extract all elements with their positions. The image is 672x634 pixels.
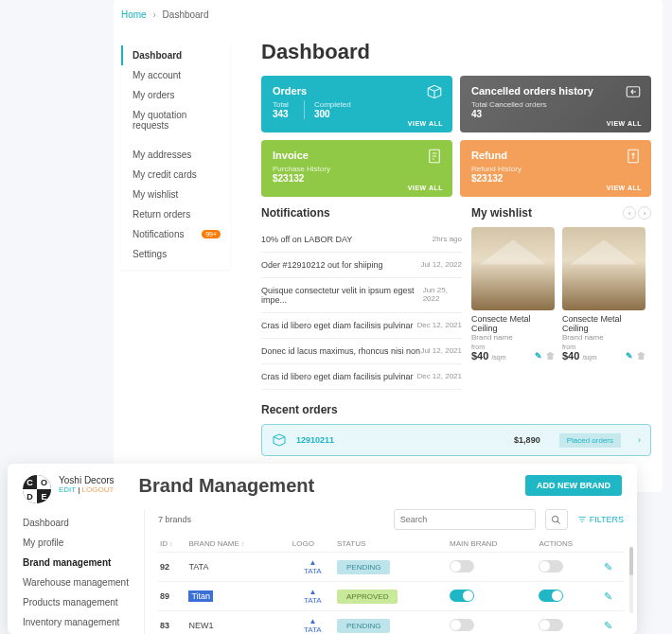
edit-icon[interactable]: ✎ (604, 590, 612, 602)
cell-logo: ▲TATA (291, 582, 335, 611)
col-id[interactable]: ID↕ (158, 536, 186, 553)
breadcrumb-home[interactable]: Home (121, 9, 147, 20)
brand-name: TATA (188, 562, 208, 572)
brand-side-item[interactable]: Dashboard (19, 513, 133, 533)
brand-side-item[interactable]: Inventory management (19, 612, 133, 632)
cell-action (537, 553, 602, 582)
cell-status: PENDING (335, 553, 448, 582)
page-title: Dashboard (261, 40, 651, 64)
delete-icon[interactable]: 🗑 (637, 351, 645, 361)
brand-side-item[interactable]: Brand management (19, 553, 133, 572)
sidebar-item-return[interactable]: Return orders (121, 204, 230, 224)
brand-side-item[interactable]: My profile (19, 533, 133, 553)
brand-table: ID↕ BRAND NAME↕ LOGO STATUS MAIN BRAND A… (158, 536, 624, 634)
recent-order-row[interactable]: 12910211 $1,890 Placed orders › (261, 424, 651, 456)
main-toggle[interactable] (450, 560, 474, 572)
notif-date: Jun 25, 2022 (423, 286, 462, 305)
notification-row[interactable]: Cras id libero eget diam facilisis pulvi… (261, 364, 462, 390)
search-input[interactable] (394, 509, 536, 530)
user-name: Yoshi Decors (59, 475, 115, 485)
sidebar-item-wishlist[interactable]: My wishlist (121, 185, 230, 204)
notif-date: 2hrs ago (433, 235, 462, 244)
notification-row[interactable]: Oder #12910212 out for shiipingJul 12, 2… (261, 253, 462, 278)
edit-link[interactable]: EDIT (59, 485, 76, 494)
card-invoice[interactable]: Invoice Purchase History$23132 VIEW ALL (261, 140, 452, 197)
sidebar-item-credit[interactable]: My credit cards (121, 165, 230, 185)
notif-text: Oder #12910212 out for shiiping (261, 260, 383, 270)
wishlist-card[interactable]: Consecte Metal CeilingBrand namefrom$40 … (562, 227, 645, 361)
order-status: Placed orders (559, 433, 621, 448)
cell-status: PENDING (335, 611, 448, 635)
card-cancelled[interactable]: Cancelled orders history Total Cancelled… (460, 76, 651, 132)
viewall-link[interactable]: VIEW ALL (408, 120, 443, 127)
add-brand-button[interactable]: ADD NEW BRAND (525, 475, 622, 496)
edit-icon[interactable]: ✎ (604, 561, 612, 572)
stat-value: 343 (273, 109, 289, 119)
edit-icon[interactable]: ✎ (535, 351, 542, 361)
action-toggle[interactable] (539, 590, 563, 602)
product-brand: Brand name (562, 333, 645, 342)
sidebar-item-dashboard[interactable]: Dashboard (121, 45, 230, 65)
sidebar-item-settings[interactable]: Settings (121, 244, 230, 264)
brand-side-item[interactable]: Products management (19, 592, 133, 612)
status-badge: PENDING (337, 619, 390, 633)
edit-icon[interactable]: ✎ (604, 620, 612, 631)
brand-page-title: Brand Management (139, 475, 315, 497)
viewall-link[interactable]: VIEW ALL (408, 185, 443, 191)
wishlist-card[interactable]: Consecte Metal CeilingBrand namefrom$40 … (471, 227, 555, 361)
svg-point-3 (553, 516, 558, 521)
breadcrumb-current: Dashboard (163, 9, 209, 20)
action-toggle[interactable] (539, 619, 563, 631)
sidebar-label: My addresses (133, 150, 191, 160)
viewall-link[interactable]: VIEW ALL (607, 185, 642, 191)
notification-row[interactable]: Cras id libero eget diam facilisis pulvi… (261, 313, 462, 339)
col-logo: LOGO (291, 536, 335, 553)
main-toggle[interactable] (450, 590, 474, 602)
notif-date: Jul 12, 2022 (420, 260, 462, 270)
card-orders[interactable]: Orders Total343 Completed300 VIEW ALL (261, 76, 452, 132)
stat-label: Total (273, 100, 289, 109)
wishlist-prev[interactable]: ‹ (623, 206, 636, 220)
notification-row[interactable]: Quisque consectetur velit in ipsum egest… (261, 278, 462, 313)
main-toggle[interactable] (450, 619, 474, 631)
viewall-link[interactable]: VIEW ALL (607, 120, 642, 127)
col-status: STATUS (335, 536, 448, 553)
sidebar-label: My credit cards (133, 169, 197, 180)
logout-link[interactable]: LOGOUT (82, 485, 115, 494)
sidebar-label: My wishlist (133, 189, 178, 200)
recent-orders-section: Recent orders 12910211 $1,890 Placed ord… (261, 403, 651, 456)
brand-side-item[interactable]: Warehouse management (19, 572, 133, 592)
card-title: Cancelled orders history (471, 85, 640, 97)
sidebar-item-notifications[interactable]: Notifications99+ (121, 224, 230, 244)
wishlist-next[interactable]: › (638, 206, 651, 220)
edit-icon[interactable]: ✎ (626, 351, 633, 361)
notif-badge: 99+ (202, 230, 221, 238)
stat-value: 43 (471, 109, 640, 119)
sidebar-item-orders[interactable]: My orders (121, 85, 230, 105)
sidebar-item-account[interactable]: My account (121, 65, 230, 85)
col-brand[interactable]: BRAND NAME↕ (186, 536, 290, 553)
stat-label: Refund History (471, 165, 640, 173)
card-refund[interactable]: Refund Refund History$23132 VIEW ALL (460, 140, 651, 197)
stat-value: 300 (314, 109, 351, 119)
order-amount: $1,890 (514, 435, 540, 445)
product-image (562, 227, 645, 310)
brand-sidebar: DashboardMy profileBrand managementWareh… (8, 509, 145, 634)
scrollbar[interactable] (629, 547, 633, 613)
stat-label: Completed (314, 100, 351, 109)
filters-label: FILTERS (590, 515, 624, 524)
cell-id: 92 (158, 553, 186, 582)
stat-label: Total Cancelled orders (471, 100, 640, 109)
delete-icon[interactable]: 🗑 (546, 351, 555, 361)
notification-row[interactable]: 10% off on LABOR DAY2hrs ago (261, 227, 462, 253)
action-toggle[interactable] (539, 560, 563, 572)
notif-text: Cras id libero eget diam facilisis pulvi… (261, 372, 414, 381)
search-button[interactable] (545, 509, 568, 530)
table-row: 83NEW1▲TATAPENDING✎ (158, 611, 624, 635)
sidebar-item-quotations[interactable]: My quotation requests (121, 105, 230, 135)
filters-button[interactable]: FILTERS (577, 515, 624, 524)
sidebar-item-addresses[interactable]: My addresses (121, 145, 230, 165)
notif-date: Dec 12, 2021 (416, 321, 462, 330)
notification-row[interactable]: Donec id lacus maximus, rhoncus nisi non… (261, 339, 462, 364)
brand-logo: CODE (23, 475, 51, 503)
